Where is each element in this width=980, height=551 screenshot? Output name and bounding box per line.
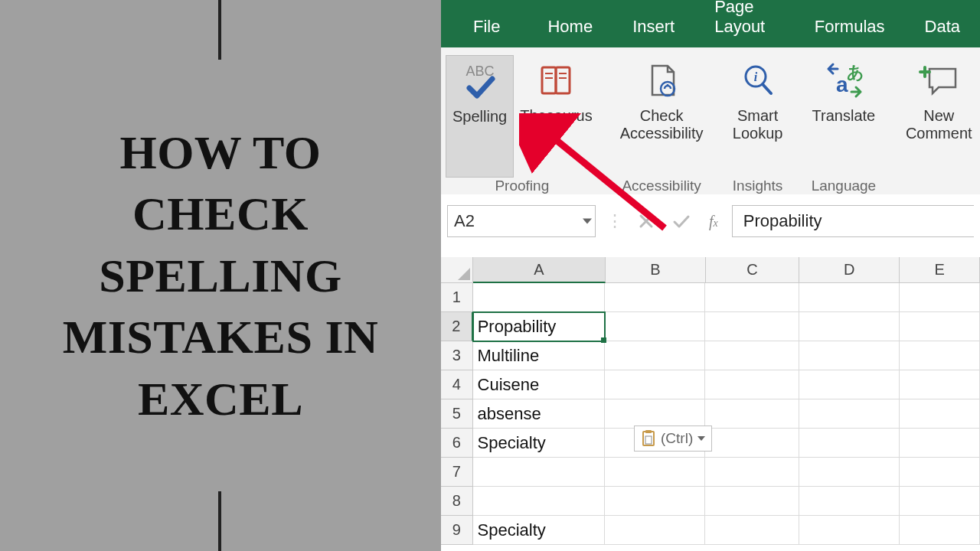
cell[interactable] <box>473 283 606 312</box>
cell[interactable] <box>799 312 900 341</box>
row-header[interactable]: 3 <box>441 341 473 370</box>
cell[interactable]: Cuisene <box>473 370 606 399</box>
cell[interactable] <box>605 458 705 487</box>
smart-lookup-icon: i <box>739 58 777 103</box>
cell[interactable] <box>605 312 705 341</box>
formula-bar[interactable]: Propability <box>732 205 974 237</box>
row-header[interactable]: 4 <box>441 370 473 399</box>
cell[interactable] <box>900 487 980 516</box>
tab-file[interactable]: File <box>446 5 528 47</box>
new-comment-button[interactable]: New Comment <box>897 55 980 178</box>
column-header[interactable]: C <box>706 257 799 283</box>
cell[interactable] <box>705 283 799 312</box>
cell[interactable] <box>605 516 705 545</box>
ornament-bottom <box>218 491 221 551</box>
column-header[interactable]: B <box>606 257 706 283</box>
tab-data[interactable]: Data <box>905 5 980 47</box>
cell[interactable] <box>900 458 980 487</box>
cell[interactable] <box>900 283 980 312</box>
cell[interactable] <box>605 399 705 429</box>
cell[interactable] <box>705 429 799 458</box>
cell[interactable]: Specialty <box>473 516 606 545</box>
column-header[interactable]: A <box>473 257 606 283</box>
cell[interactable] <box>473 458 606 487</box>
thesaurus-button[interactable]: Thesaurus <box>514 55 599 178</box>
cell[interactable] <box>799 458 900 487</box>
tab-formulas[interactable]: Formulas <box>795 5 905 47</box>
dropdown-icon[interactable] <box>697 436 705 441</box>
cell[interactable] <box>799 341 900 370</box>
cell[interactable] <box>705 458 799 487</box>
dropdown-icon[interactable] <box>583 219 592 224</box>
tab-insert[interactable]: Insert <box>612 5 694 47</box>
cell[interactable]: Specialty <box>473 429 606 458</box>
row-header[interactable]: 7 <box>441 458 473 487</box>
cell[interactable] <box>799 516 900 545</box>
cell[interactable] <box>705 399 799 429</box>
cell[interactable]: absense <box>473 399 606 429</box>
formula-bar-row: A2 ⋮ fx Propability <box>441 194 980 243</box>
tab-page-layout[interactable]: Page Layout <box>694 0 795 47</box>
cell[interactable] <box>799 429 900 458</box>
name-box[interactable]: A2 <box>447 205 596 237</box>
ribbon-label: Smart Lookup <box>733 103 783 142</box>
cell[interactable] <box>900 516 980 545</box>
cell[interactable] <box>900 399 980 429</box>
column-header[interactable]: D <box>799 257 900 283</box>
cell[interactable] <box>705 487 799 516</box>
select-all-cell[interactable] <box>441 257 473 283</box>
cell[interactable] <box>605 487 705 516</box>
smart-lookup-button[interactable]: i Smart Lookup <box>725 55 791 178</box>
paste-options-tag[interactable]: (Ctrl) <box>634 425 712 452</box>
ribbon-label: New Comment <box>906 103 972 142</box>
cell[interactable] <box>900 341 980 370</box>
cell[interactable] <box>705 312 799 341</box>
cell[interactable] <box>705 370 799 399</box>
svg-line-10 <box>763 84 771 93</box>
svg-rect-1 <box>542 67 556 93</box>
ribbon-tabstrip: File Home Insert Page Layout Formulas Da… <box>441 0 980 47</box>
spelling-icon: ABC <box>459 59 501 103</box>
cell[interactable]: Multiline <box>473 341 606 370</box>
ribbon-group-label: Proofing <box>446 178 599 199</box>
cell[interactable] <box>799 399 900 429</box>
row-header[interactable]: 5 <box>441 399 473 429</box>
column-header[interactable]: E <box>900 257 980 283</box>
row-header[interactable]: 9 <box>441 516 473 545</box>
spelling-button[interactable]: ABC Spelling <box>446 55 514 178</box>
cell[interactable] <box>799 487 900 516</box>
cell[interactable]: Propability <box>473 312 605 341</box>
cell[interactable] <box>799 370 900 399</box>
title-panel: HOW TO CHECK SPELLING MISTAKES IN EXCEL <box>0 0 441 551</box>
ribbon-label: Thesaurus <box>520 103 593 125</box>
cell[interactable] <box>900 312 980 341</box>
cell[interactable] <box>605 283 705 312</box>
enter-icon[interactable] <box>672 214 691 229</box>
cell[interactable] <box>900 429 980 458</box>
row-header[interactable]: 1 <box>441 283 473 312</box>
cell[interactable] <box>900 370 980 399</box>
cell[interactable] <box>473 487 606 516</box>
cancel-icon[interactable] <box>639 214 654 229</box>
ribbon-label: Translate <box>812 103 876 125</box>
insert-function-icon[interactable]: fx <box>709 213 718 230</box>
ribbon-group-insights: i Smart Lookup Insights <box>720 55 795 194</box>
ribbon-group-label: Insights <box>725 178 791 199</box>
translate-button[interactable]: a あ Translate <box>806 55 882 178</box>
svg-text:ABC: ABC <box>466 64 494 79</box>
cell[interactable] <box>705 341 799 370</box>
row-header[interactable]: 8 <box>441 487 473 516</box>
check-accessibility-button[interactable]: Check Accessibility <box>614 55 710 178</box>
separator: ⋮ <box>605 211 625 231</box>
cell[interactable] <box>605 370 705 399</box>
cell[interactable] <box>799 283 900 312</box>
row-header[interactable]: 6 <box>441 429 473 458</box>
tab-home[interactable]: Home <box>528 5 612 47</box>
row-header[interactable]: 2 <box>441 312 473 341</box>
svg-rect-18 <box>645 436 652 444</box>
spreadsheet-grid[interactable]: ABCDE 12Propability3Multiline4Cuisene5ab… <box>441 257 980 545</box>
svg-rect-17 <box>645 430 652 433</box>
ribbon-group-label: Language <box>806 178 882 199</box>
cell[interactable] <box>605 341 705 370</box>
cell[interactable] <box>705 516 799 545</box>
